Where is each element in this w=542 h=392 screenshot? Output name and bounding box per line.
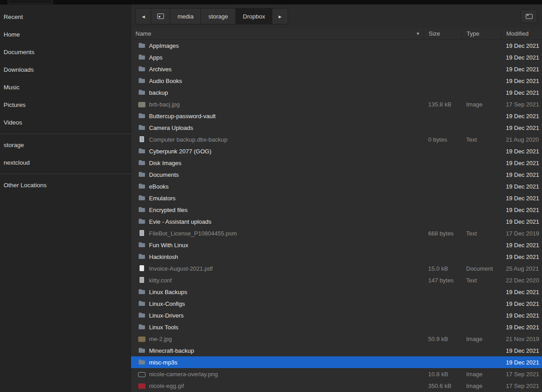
file-row[interactable]: Camera Uploads 19 Dec 2021 bbox=[131, 122, 542, 134]
file-name-cell: Linux Backups bbox=[131, 288, 424, 295]
file-name-cell: Evie - Assistant uploads bbox=[131, 218, 424, 225]
file-row[interactable]: Hackintosh 19 Dec 2021 bbox=[131, 251, 542, 263]
file-name: me-2.jpg bbox=[149, 336, 172, 342]
file-name: Cyberpunk 2077 (GOG) bbox=[149, 148, 211, 155]
file-row[interactable]: eBooks 19 Dec 2021 bbox=[131, 180, 542, 192]
file-name: backup bbox=[149, 89, 168, 96]
sidebar-separator bbox=[0, 134, 131, 134]
file-modified: 19 Dec 2021 bbox=[501, 78, 542, 84]
breadcrumb-media[interactable]: media bbox=[170, 9, 201, 24]
file-row[interactable]: Linux-Configs 19 Dec 2021 bbox=[131, 298, 542, 309]
file-type: Text bbox=[462, 277, 501, 284]
breadcrumb-dropbox[interactable]: Dropbox bbox=[236, 9, 272, 24]
file-row[interactable]: me-2.jpg 50.9 kB Image 21 Nov 2019 bbox=[131, 333, 542, 345]
file-row[interactable]: AppImages 19 Dec 2021 bbox=[131, 40, 542, 51]
folder-icon bbox=[138, 54, 145, 61]
file-name-cell: Emulators bbox=[131, 194, 424, 202]
file-size: 0 bytes bbox=[424, 136, 462, 143]
sidebar-item-home[interactable]: Home bbox=[0, 26, 131, 43]
sidebar-item-label: Videos bbox=[4, 119, 22, 126]
sidebar-item-label: Recent bbox=[4, 14, 23, 20]
file-row[interactable]: Computer backup.dbx-backup 0 bytes Text … bbox=[131, 134, 542, 145]
file-row[interactable]: Documents 19 Dec 2021 bbox=[131, 169, 542, 180]
file-modified: 19 Dec 2021 bbox=[501, 300, 542, 307]
sidebar-item-other-locations[interactable]: Other Locations bbox=[0, 176, 131, 194]
sidebar-item-documents[interactable]: Documents bbox=[0, 43, 131, 61]
folder-icon bbox=[138, 323, 145, 331]
back-button[interactable]: ◂ bbox=[136, 9, 151, 24]
new-tab-button[interactable] bbox=[520, 9, 537, 23]
file-row[interactable]: Emulators 19 Dec 2021 bbox=[131, 192, 542, 204]
file-row[interactable]: Encrypted files 19 Dec 2021 bbox=[131, 204, 542, 216]
file-name-cell: Encrypted files bbox=[131, 206, 424, 213]
file-row[interactable]: Linux Backups 19 Dec 2021 bbox=[131, 286, 542, 298]
sidebar-item-nextcloud[interactable]: nextcloud bbox=[0, 154, 131, 171]
column-header-name[interactable]: Name ▾ bbox=[131, 28, 424, 39]
file-row[interactable]: Audio Books 19 Dec 2021 bbox=[131, 75, 542, 87]
text-file-icon bbox=[138, 230, 145, 237]
file-row[interactable]: FileBot_License_P10804455.psm 668 bytes … bbox=[131, 227, 542, 239]
window-top-edge bbox=[0, 0, 542, 5]
file-row[interactable]: Buttercup-password-vault 19 Dec 2021 bbox=[131, 110, 542, 122]
file-modified: 19 Dec 2021 bbox=[501, 54, 542, 61]
file-row[interactable]: Disk Images 19 Dec 2021 bbox=[131, 157, 542, 169]
column-header-size[interactable]: Size bbox=[424, 28, 462, 39]
file-name: Linux Backups bbox=[149, 289, 187, 295]
sidebar-item-recent[interactable]: Recent bbox=[0, 8, 131, 26]
file-name: Linux-Configs bbox=[149, 300, 185, 307]
file-row[interactable]: Linux Tools 19 Dec 2021 bbox=[131, 321, 542, 333]
breadcrumb-label: storage bbox=[208, 13, 228, 20]
file-size: 135.8 kB bbox=[424, 101, 462, 108]
file-row[interactable]: Invoice-August-2021.pdf 15.0 kB Document… bbox=[131, 263, 542, 274]
file-list: AppImages 19 Dec 2021 Apps 19 Dec 2021 A… bbox=[131, 40, 542, 392]
sidebar-item-label: nextcloud bbox=[4, 159, 30, 166]
file-row[interactable]: Linux-Drivers 19 Dec 2021 bbox=[131, 309, 542, 321]
breadcrumb-storage[interactable]: storage bbox=[201, 9, 235, 24]
file-row[interactable]: Fun With Linux 19 Dec 2021 bbox=[131, 239, 542, 251]
file-modified: 17 Sep 2021 bbox=[501, 101, 542, 108]
file-type: Image bbox=[462, 101, 501, 108]
sidebar-item-music[interactable]: Music bbox=[0, 78, 131, 96]
sidebar-item-label: Downloads bbox=[4, 66, 34, 73]
file-size: 147 bytes bbox=[424, 277, 462, 284]
file-row[interactable]: nicole-egg.gif 350.6 kB Image 17 Sep 202… bbox=[131, 380, 542, 392]
sidebar-item-downloads[interactable]: Downloads bbox=[0, 61, 131, 78]
file-type: Image bbox=[462, 383, 501, 389]
file-row[interactable]: nicole-camera-overlay.png 10.8 kB Image … bbox=[131, 368, 542, 380]
forward-button[interactable]: ▸ bbox=[272, 9, 288, 24]
file-row[interactable]: Minecraft-backup 19 Dec 2021 bbox=[131, 345, 542, 356]
folder-icon bbox=[138, 171, 145, 178]
file-row[interactable]: backup 19 Dec 2021 bbox=[131, 87, 542, 98]
sidebar-item-label: Other Locations bbox=[4, 182, 47, 189]
file-row[interactable]: kitty.conf 147 bytes Text 22 Dec 2020 bbox=[131, 274, 542, 286]
file-row[interactable]: misc-mp3s 19 Dec 2021 bbox=[131, 356, 542, 368]
file-name: Archives bbox=[149, 66, 172, 73]
column-header-modified[interactable]: Modified bbox=[501, 28, 542, 39]
file-row[interactable]: Archives 19 Dec 2021 bbox=[131, 63, 542, 75]
file-name: Emulators bbox=[149, 195, 176, 202]
folder-icon bbox=[138, 300, 145, 307]
text-file-icon bbox=[138, 277, 145, 284]
sidebar-item-videos[interactable]: Videos bbox=[0, 114, 131, 131]
file-row[interactable]: Cyberpunk 2077 (GOG) 19 Dec 2021 bbox=[131, 145, 542, 157]
column-headers: Name ▾ Size Type Modified bbox=[131, 28, 542, 40]
file-name-cell: Linux Tools bbox=[131, 323, 424, 331]
folder-icon bbox=[138, 124, 145, 131]
file-manager-window: RecentHomeDocumentsDownloadsMusicPicture… bbox=[0, 0, 542, 392]
sort-descending-icon: ▾ bbox=[416, 31, 419, 37]
column-header-type[interactable]: Type bbox=[462, 28, 501, 39]
file-name-cell: Audio Books bbox=[131, 77, 424, 84]
sidebar-item-storage[interactable]: storage bbox=[0, 136, 131, 154]
sidebar-item-pictures[interactable]: Pictures bbox=[0, 96, 131, 114]
file-name-cell: AppImages bbox=[131, 42, 424, 49]
file-modified: 19 Dec 2021 bbox=[501, 171, 542, 178]
file-name-cell: Cyberpunk 2077 (GOG) bbox=[131, 148, 424, 155]
file-row[interactable]: Evie - Assistant uploads 19 Dec 2021 bbox=[131, 216, 542, 227]
file-modified: 19 Dec 2021 bbox=[501, 183, 542, 190]
sidebar-item-label: Music bbox=[4, 84, 19, 91]
file-row[interactable]: brb-bacj.jpg 135.8 kB Image 17 Sep 2021 bbox=[131, 98, 542, 110]
file-row[interactable]: Apps 19 Dec 2021 bbox=[131, 51, 542, 63]
breadcrumb-root[interactable] bbox=[151, 9, 170, 24]
file-modified: 19 Dec 2021 bbox=[501, 242, 542, 249]
folder-icon bbox=[138, 89, 145, 96]
